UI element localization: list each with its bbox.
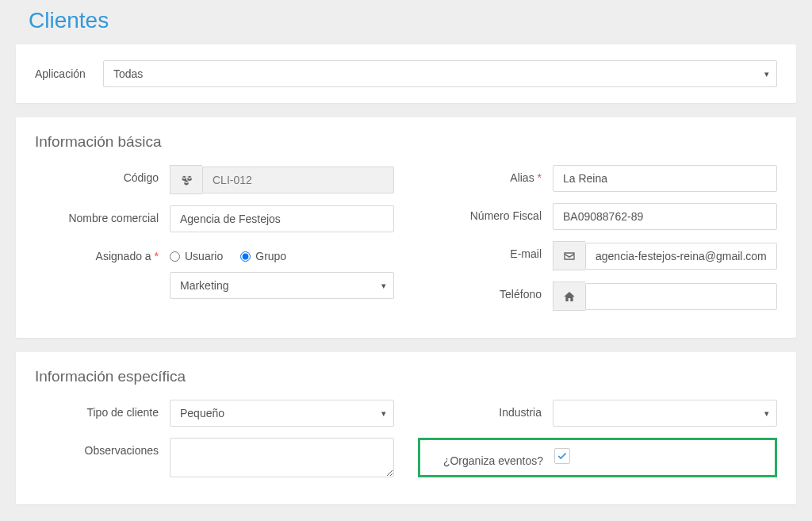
numero-fiscal-input[interactable] <box>553 203 777 230</box>
nombre-comercial-input[interactable] <box>170 205 394 232</box>
email-label: E-mail <box>418 241 553 260</box>
envelope-icon <box>563 250 576 262</box>
email-icon <box>553 241 585 270</box>
specific-info-title: Información específica <box>35 368 777 385</box>
basic-info-title: Información básica <box>35 133 777 151</box>
codigo-icon <box>170 165 202 194</box>
observaciones-label: Observaciones <box>35 438 170 457</box>
telefono-label: Teléfono <box>418 282 553 301</box>
asignado-radio-grupo[interactable]: Grupo <box>240 250 286 262</box>
app-filter-select[interactable]: Todas <box>103 60 777 87</box>
home-icon <box>563 290 576 303</box>
numero-fiscal-label: Número Fiscal <box>418 203 553 222</box>
check-icon <box>557 450 568 462</box>
app-filter-panel: Aplicación Todas <box>16 44 796 103</box>
app-filter-label: Aplicación <box>35 67 90 80</box>
organiza-eventos-highlight: ¿Organiza eventos? <box>418 438 777 477</box>
email-input[interactable] <box>585 243 777 270</box>
telefono-icon <box>553 282 585 311</box>
specific-info-panel: Información específica Tipo de cliente P… <box>16 352 796 504</box>
asignado-label: Asignado a * <box>35 243 170 262</box>
cubes-icon <box>180 174 193 186</box>
telefono-input[interactable] <box>585 283 777 310</box>
codigo-label: Código <box>35 165 170 184</box>
organiza-eventos-checkbox[interactable] <box>554 448 570 464</box>
codigo-input <box>202 167 394 193</box>
asignado-group-select[interactable]: Marketing <box>170 272 394 299</box>
industria-select[interactable] <box>553 400 777 427</box>
nombre-comercial-label: Nombre comercial <box>35 205 170 224</box>
page-title: Clientes <box>29 8 796 33</box>
organiza-eventos-label: ¿Organiza eventos? <box>431 448 554 467</box>
basic-info-panel: Información básica Código Nombre comerci… <box>16 117 796 338</box>
alias-input[interactable] <box>553 165 777 192</box>
alias-label: Alias * <box>418 165 553 184</box>
tipo-cliente-label: Tipo de cliente <box>35 400 170 419</box>
asignado-radio-usuario[interactable]: Usuario <box>170 250 223 262</box>
observaciones-textarea[interactable] <box>170 438 394 477</box>
tipo-cliente-select[interactable]: Pequeño <box>170 400 394 427</box>
industria-label: Industria <box>418 400 553 419</box>
